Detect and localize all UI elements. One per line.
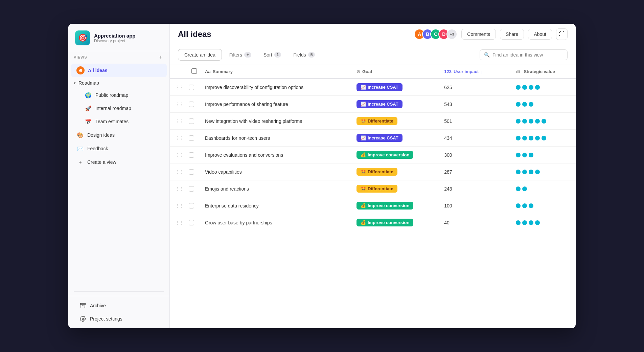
ideas-table: Aa Summary ⊙ Goal 123 xyxy=(170,65,576,231)
goal-tag[interactable]: 🤩 Differentiate xyxy=(356,168,397,176)
search-icon: 🔍 xyxy=(484,52,490,58)
drag-handle[interactable]: ⋮⋮ xyxy=(175,220,183,225)
drag-cell: ⋮⋮ xyxy=(170,130,187,147)
sidebar-item-all-ideas[interactable]: ⊕ All ideas xyxy=(71,64,167,77)
drag-handle[interactable]: ⋮⋮ xyxy=(175,85,183,90)
strategic-dots xyxy=(516,136,572,140)
row-checkbox[interactable] xyxy=(189,118,194,124)
row-checkbox[interactable] xyxy=(189,186,194,192)
goal-label: Improve conversion xyxy=(368,152,410,157)
fields-button[interactable]: Fields 5 xyxy=(289,50,320,60)
sidebar-item-feedback[interactable]: ✉️ Feedback xyxy=(71,142,167,155)
sidebar-item-roadmap[interactable]: ▾ Roadmap xyxy=(71,78,167,88)
drag-handle[interactable]: ⋮⋮ xyxy=(175,102,183,107)
comments-button[interactable]: Comments xyxy=(461,29,496,40)
share-button[interactable]: Share xyxy=(500,29,524,40)
dot-filled xyxy=(522,153,527,157)
goal-cell: 🤩 Differentiate xyxy=(352,180,440,197)
about-button[interactable]: About xyxy=(528,29,552,40)
drag-handle[interactable]: ⋮⋮ xyxy=(175,118,183,124)
goal-tag[interactable]: 💰 Improve conversion xyxy=(356,202,414,210)
check-cell xyxy=(187,113,201,130)
dot-filled xyxy=(516,102,521,107)
dot-filled xyxy=(529,220,533,225)
impact-col-label: User impact xyxy=(454,69,479,74)
dot-filled xyxy=(529,102,533,107)
add-view-button[interactable]: + xyxy=(157,54,164,61)
goal-emoji: 💰 xyxy=(361,203,366,208)
row-checkbox[interactable] xyxy=(189,220,194,225)
select-all-checkbox[interactable] xyxy=(191,68,197,74)
sidebar-item-public-roadmap[interactable]: 🌍 Public roadmap xyxy=(79,89,164,102)
row-checkbox[interactable] xyxy=(189,169,194,175)
sidebar-item-project-settings[interactable]: Project settings xyxy=(74,312,164,325)
summary-col-label: Summary xyxy=(213,69,233,74)
drag-handle[interactable]: ⋮⋮ xyxy=(175,135,183,141)
col-impact-header[interactable]: 123 User impact ↓ xyxy=(440,65,512,79)
table-row: ⋮⋮ Improve evaluations and conversions 💰… xyxy=(170,147,576,163)
goal-tag[interactable]: 📈 Increase CSAT xyxy=(356,100,402,108)
dot-filled xyxy=(535,85,540,90)
sort-label: Sort xyxy=(263,52,272,58)
drag-cell: ⋮⋮ xyxy=(170,214,187,231)
drag-cell: ⋮⋮ xyxy=(170,96,187,113)
sort-button[interactable]: Sort 1 xyxy=(259,50,286,60)
team-estimates-icon: 📅 xyxy=(85,118,92,125)
goal-tag[interactable]: 📈 Increase CSAT xyxy=(356,134,402,142)
goal-label: Increase CSAT xyxy=(368,102,398,107)
goal-label: Differentiate xyxy=(368,186,393,191)
summary-cell: Improve discoverability of configuration… xyxy=(201,79,352,96)
sort-arrow-icon: ↓ xyxy=(481,69,483,74)
drag-cell: ⋮⋮ xyxy=(170,197,187,214)
drag-handle[interactable]: ⋮⋮ xyxy=(175,152,183,158)
create-idea-button[interactable]: Create an idea xyxy=(178,49,222,61)
drag-handle[interactable]: ⋮⋮ xyxy=(175,186,183,192)
feedback-icon: ✉️ xyxy=(76,145,84,152)
drag-handle[interactable]: ⋮⋮ xyxy=(175,203,183,208)
svg-rect-0 xyxy=(80,303,86,305)
sidebar-item-design-ideas[interactable]: 🎨 Design ideas xyxy=(71,129,167,141)
check-cell xyxy=(187,214,201,231)
sidebar-item-archive[interactable]: Archive xyxy=(74,299,164,312)
summary-cell: Dashboards for non-tech users xyxy=(201,130,352,147)
goal-cell: 📈 Increase CSAT xyxy=(352,79,440,96)
goal-tag[interactable]: 💰 Improve conversion xyxy=(356,151,414,159)
sidebar-item-create-view[interactable]: ＋ Create a view xyxy=(71,156,167,169)
goal-col-label: Goal xyxy=(362,69,372,74)
sidebar-item-team-estimates[interactable]: 📅 Team estimates xyxy=(79,115,164,128)
col-summary-header: Aa Summary xyxy=(201,65,352,79)
sidebar-item-label: Design ideas xyxy=(87,132,115,138)
row-checkbox[interactable] xyxy=(189,135,194,141)
col-strategic-header: Strategic value xyxy=(512,65,576,79)
dot-filled xyxy=(516,85,521,90)
sidebar-item-internal-roadmap[interactable]: 🚀 Internal roadmap xyxy=(79,102,164,115)
drag-handle[interactable]: ⋮⋮ xyxy=(175,169,183,175)
goal-emoji: 📈 xyxy=(361,135,366,140)
row-checkbox[interactable] xyxy=(189,102,194,107)
summary-cell: New integration with video resharing pla… xyxy=(201,113,352,130)
goal-tag[interactable]: 📈 Increase CSAT xyxy=(356,83,402,91)
goal-label: Improve conversion xyxy=(368,203,410,208)
search-input[interactable] xyxy=(492,52,563,58)
table-body: ⋮⋮ Improve discoverability of configurat… xyxy=(170,79,576,231)
row-checkbox[interactable] xyxy=(189,85,194,90)
dot-filled xyxy=(516,220,521,225)
goal-tag[interactable]: 🤩 Differentiate xyxy=(356,185,397,193)
main-content: All ideas A B C D +3 Comments Share Abou… xyxy=(170,24,576,328)
app-name: Appreciation app xyxy=(94,33,136,39)
goal-tag[interactable]: 🤩 Differentiate xyxy=(356,117,397,125)
roadmap-children: 🌍 Public roadmap 🚀 Internal roadmap 📅 Te… xyxy=(71,89,167,128)
dot-filled xyxy=(522,102,527,107)
strategic-dots xyxy=(516,170,572,174)
strategic-dots xyxy=(516,153,572,157)
row-checkbox[interactable] xyxy=(189,152,194,158)
impact-cell: 300 xyxy=(440,147,512,163)
svg-point-1 xyxy=(82,318,84,320)
expand-button[interactable]: ⛶ xyxy=(556,28,568,40)
table-header-row: Aa Summary ⊙ Goal 123 xyxy=(170,65,576,79)
app-subtitle: Discovery project xyxy=(94,39,136,43)
filters-button[interactable]: Filters + xyxy=(225,50,256,60)
goal-tag[interactable]: 💰 Improve conversion xyxy=(356,219,414,226)
row-checkbox[interactable] xyxy=(189,203,194,208)
roadmap-section: ▾ Roadmap 🌍 Public roadmap 🚀 Internal ro… xyxy=(68,78,169,128)
